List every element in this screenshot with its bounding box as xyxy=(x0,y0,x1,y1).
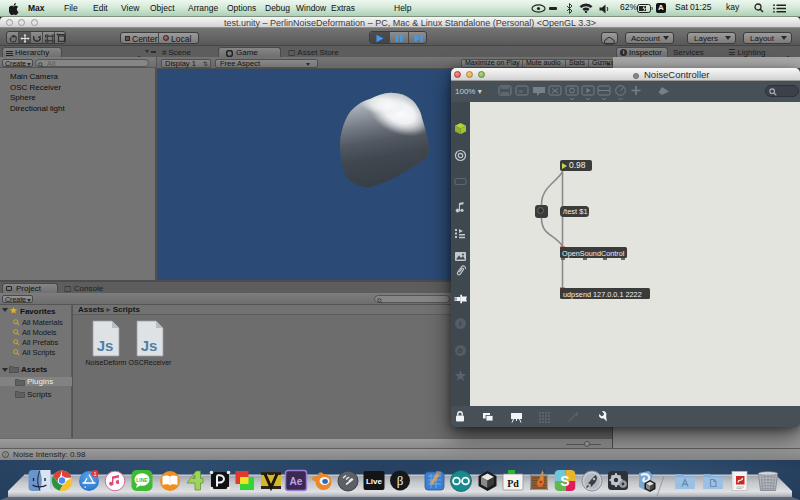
svg-text:Js: Js xyxy=(141,337,158,354)
svg-text:m: m xyxy=(519,88,523,95)
svg-text:Live: Live xyxy=(366,477,383,486)
svg-text:LINE: LINE xyxy=(136,477,148,483)
svg-text:1: 1 xyxy=(93,471,96,477)
svg-text:Ae: Ae xyxy=(290,476,303,487)
svg-text:Js: Js xyxy=(97,337,114,354)
svg-text:β: β xyxy=(397,473,404,488)
svg-text:S: S xyxy=(560,473,569,489)
svg-text:Pd: Pd xyxy=(507,478,519,489)
